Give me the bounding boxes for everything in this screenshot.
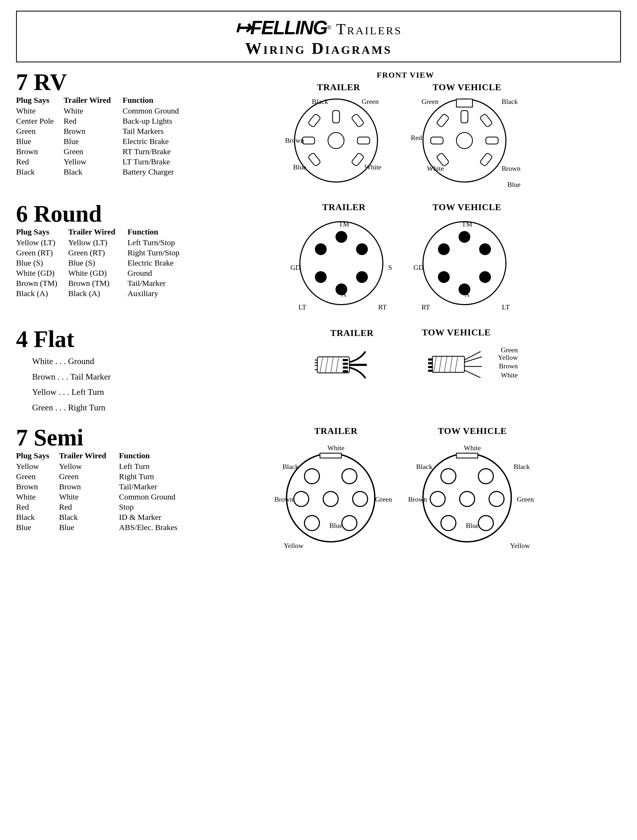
7rv-title: 7 RV (16, 70, 190, 94)
7semi-trailer-diagram: TRAILER White Black Brown Blue Yellow Gr… (280, 426, 392, 557)
col-function: Function (123, 96, 190, 106)
svg-point-71 (441, 469, 456, 484)
svg-rect-12 (461, 111, 468, 123)
svg-point-29 (479, 243, 491, 255)
tow-label-a: A (464, 291, 470, 298)
svg-point-68 (342, 516, 357, 531)
logo-text: ↦FELLING (235, 16, 327, 39)
4flat-left: 4 Flat White . . . Ground Brown . . . Ta… (16, 327, 190, 415)
col-trailer-wired: Trailer Wired (68, 227, 128, 237)
table-row: BlackBlackBattery Charger (16, 167, 190, 177)
7semi-tow-svg (422, 447, 512, 548)
header-title2: Wiring Diagrams (22, 39, 615, 58)
svg-rect-41 (343, 370, 348, 373)
svg-line-56 (464, 352, 481, 360)
col-function: Function (119, 451, 190, 461)
svg-point-67 (304, 516, 319, 531)
svg-rect-14 (486, 137, 498, 144)
7rv-trailer-diagram: TRAILER Black Green Brown Blue White (288, 82, 389, 191)
4flat-trailer-svg (315, 341, 389, 389)
7semi-trailer-label: TRAILER (314, 426, 358, 436)
svg-rect-7 (302, 137, 315, 144)
semi-label-blue: Blue (330, 522, 342, 530)
tow-semi-label-yellow: Yellow (510, 542, 530, 550)
svg-point-62 (304, 469, 319, 484)
table-row: GreenGreenRight Turn (16, 471, 190, 482)
label-a-trailer: A (341, 291, 347, 298)
tow-semi-label-black: Black (416, 463, 433, 471)
svg-point-1 (328, 133, 344, 148)
table-row: RedYellowLT Turn/Brake (16, 156, 190, 167)
tow-label-tm: TM (462, 220, 472, 228)
4flat-title: 4 Flat (16, 327, 190, 351)
col-function: Function (128, 227, 190, 237)
table-row: White (GD)White (GD)Ground (16, 268, 190, 278)
table-row: BlueBlueABS/Elec. Brakes (16, 522, 190, 532)
tow-label-lt: LT (502, 303, 510, 311)
7rv-tow-diagram: TOW VEHICLE Green Black Red Brown White … (411, 82, 523, 191)
label-lt: LT (298, 303, 306, 311)
semi-label-brown: Brown (274, 496, 293, 504)
svg-rect-2 (333, 111, 339, 123)
table-row: WhiteWhiteCommon Ground (16, 106, 190, 116)
svg-point-11 (456, 133, 473, 148)
tow-label-red: Red (411, 134, 422, 142)
7semi-tow-label: TOW VEHICLE (438, 426, 507, 436)
svg-rect-55 (428, 369, 433, 372)
trailer-label-6r: TRAILER (322, 202, 366, 212)
7semi-title: 7 Semi (16, 426, 190, 450)
table-row: Black (A)Black (A)Auxiliary (16, 288, 190, 298)
table-row: YellowYellowLeft Turn (16, 461, 190, 471)
col-trailer-wired: Trailer Wired (64, 96, 123, 106)
col-plug-says: Plug Says (16, 451, 59, 461)
label-tm: TM (339, 220, 349, 228)
6round-diagrams: TRAILER TM GD S LT RT A (190, 202, 621, 317)
label-black: Black (312, 98, 328, 106)
svg-rect-38 (343, 359, 348, 361)
tow-semi-label-brown: Brown (408, 496, 427, 504)
svg-point-65 (323, 491, 338, 507)
svg-point-27 (459, 231, 470, 243)
6round-left: 6 Round Plug Says Trailer Wired Function… (16, 202, 190, 298)
svg-point-66 (353, 491, 367, 507)
table-row: BrownGreenRT Turn/Brake (16, 147, 190, 156)
svg-rect-10 (456, 99, 473, 107)
logo-trademark: ® (327, 24, 331, 31)
tow-label-brown: Brown (501, 165, 520, 173)
svg-line-59 (464, 370, 481, 378)
7semi-diagrams: TRAILER White Black Brown Blue Yellow Gr… (190, 426, 621, 557)
svg-point-24 (356, 271, 368, 283)
6round-right: TRAILER TM GD S LT RT A (190, 202, 621, 317)
wire-label-white: White (501, 371, 518, 379)
svg-rect-53 (428, 362, 433, 364)
list-item: Green . . . Right Turn (32, 400, 190, 415)
svg-point-76 (441, 516, 456, 531)
svg-rect-52 (428, 358, 433, 361)
4flat-trailer-label: TRAILER (330, 328, 374, 338)
7rv-left: 7 RV Plug Says Trailer Wired Function Wh… (16, 70, 190, 177)
table-row: BrownBrownTail/Marker (16, 482, 190, 492)
svg-point-72 (478, 469, 494, 484)
svg-point-28 (438, 243, 450, 255)
tow-semi-label-green: Green (517, 496, 534, 504)
section-4flat: 4 Flat White . . . Ground Brown . . . Ta… (16, 327, 621, 415)
list-item: Yellow . . . Left Turn (32, 384, 190, 400)
4flat-list: White . . . Ground Brown . . . Tail Mark… (32, 354, 190, 415)
svg-point-77 (478, 516, 494, 531)
table-row: Green (RT)Green (RT)Right Turn/Stop (16, 248, 190, 258)
svg-rect-46 (432, 356, 464, 373)
col-plug-says: Plug Says (16, 227, 68, 237)
7rv-diagrams: TRAILER Black Green Brown Blue White (190, 82, 621, 191)
7semi-left: 7 Semi Plug Says Trailer Wired Function … (16, 426, 190, 532)
section-6round: 6 Round Plug Says Trailer Wired Function… (16, 202, 621, 317)
table-row: BlackBlackID & Marker (16, 512, 190, 522)
svg-point-63 (342, 469, 357, 484)
semi-label-yellow: Yellow (284, 542, 304, 550)
4flat-tow-block: TOW VEHICLE (416, 327, 497, 390)
table-row: WhiteWhiteCommon Ground (16, 492, 190, 502)
tow-label-black: Black (501, 98, 518, 106)
front-view-label: FRONT VIEW (190, 70, 621, 79)
label-gd: GD (290, 264, 301, 272)
semi-label-black-left: Black (282, 463, 299, 471)
tow-label-rt: RT (422, 303, 430, 311)
